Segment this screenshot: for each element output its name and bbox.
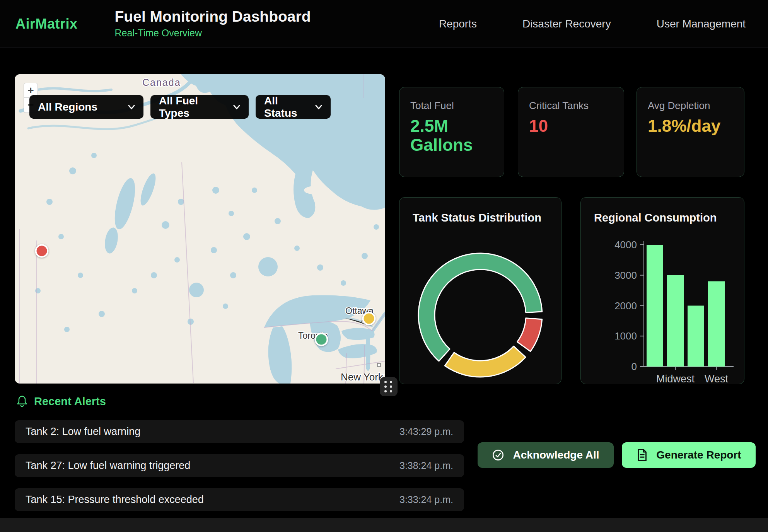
stat-value: 2.5M Gallons	[410, 116, 486, 155]
donut-segment-warning	[445, 346, 526, 377]
bar-chart: 01000200030004000MidwestWest	[581, 198, 744, 384]
footer-strip	[0, 518, 768, 532]
map-resize-grip[interactable]	[380, 377, 398, 396]
map-canvas[interactable]: Canada Ottawa Toronto New York + − All R…	[15, 74, 385, 384]
report-document-icon	[636, 448, 648, 462]
chevron-down-icon	[233, 105, 240, 109]
nav-item-reports[interactable]: Reports	[439, 18, 477, 30]
y-tick-label: 2000	[614, 300, 637, 312]
map-filters: All Regions All Fuel Types All Status	[29, 95, 331, 119]
bar	[667, 275, 684, 367]
basemap: Canada Ottawa Toronto New York	[15, 74, 385, 384]
donut-segment-critical	[517, 318, 542, 351]
generate-report-label: Generate Report	[656, 449, 741, 461]
stat-label: Avg Depletion	[648, 100, 733, 112]
status-filter-value: All Status	[264, 95, 306, 119]
alerts-heading-text: Recent Alerts	[34, 395, 106, 408]
brand-logo[interactable]: AirMatrix	[15, 16, 78, 32]
map-marker-warning[interactable]	[362, 312, 376, 326]
stat-label: Total Fuel	[410, 100, 493, 112]
regional-consumption-card: Regional Consumption 01000200030004000Mi…	[580, 197, 744, 384]
header: AirMatrix Fuel Monitoring Dashboard Real…	[0, 0, 768, 48]
stat-value: 1.8%/day	[648, 116, 723, 135]
donut-chart	[399, 198, 561, 384]
alert-text: Tank 15: Pressure threshold exceeded	[26, 494, 204, 506]
alert-row[interactable]: Tank 15: Pressure threshold exceeded 3:3…	[15, 488, 464, 511]
region-filter-dropdown[interactable]: All Regions	[29, 95, 143, 119]
bell-icon	[16, 395, 28, 408]
y-tick-label: 3000	[614, 269, 637, 281]
alert-text: Tank 27: Low fuel warning triggered	[26, 460, 190, 472]
alert-time: 3:38:24 p.m.	[399, 460, 453, 471]
nav-item-user-management[interactable]: User Management	[657, 18, 746, 30]
alert-row[interactable]: Tank 27: Low fuel warning triggered 3:38…	[15, 454, 464, 477]
x-tick-label: Midwest	[656, 373, 695, 384]
fuel-monitoring-dashboard: AirMatrix Fuel Monitoring Dashboard Real…	[0, 0, 768, 532]
check-circle-icon	[492, 449, 504, 461]
acknowledge-all-button[interactable]: Acknowledge All	[478, 442, 614, 468]
map-label-country: Canada	[142, 77, 181, 88]
stat-card-critical-tanks: Critical Tanks 10	[518, 87, 624, 177]
map-label-new-york: New York	[341, 371, 384, 383]
page-title: Fuel Monitoring Dashboard	[115, 9, 311, 25]
map-marker-critical[interactable]	[35, 244, 49, 258]
stat-value: 10	[529, 116, 604, 135]
bar	[708, 281, 725, 367]
stat-card-total-fuel: Total Fuel 2.5M Gallons	[399, 87, 504, 177]
title-block: Fuel Monitoring Dashboard Real-Time Over…	[115, 9, 311, 39]
y-tick-label: 1000	[614, 330, 637, 342]
stat-label: Critical Tanks	[529, 100, 613, 112]
acknowledge-all-label: Acknowledge All	[513, 449, 599, 461]
status-filter-dropdown[interactable]: All Status	[256, 95, 331, 119]
tank-status-distribution-card: Tank Status Distribution	[399, 197, 561, 384]
nav-item-disaster-recovery[interactable]: Disaster Recovery	[522, 18, 611, 30]
chevron-down-icon	[128, 105, 135, 109]
alert-time: 3:43:29 p.m.	[399, 426, 453, 437]
x-tick-label: West	[705, 373, 729, 384]
alert-time: 3:33:24 p.m.	[399, 494, 453, 505]
generate-report-button[interactable]: Generate Report	[622, 442, 756, 468]
fuel-type-filter-value: All Fuel Types	[159, 95, 224, 119]
alert-row[interactable]: Tank 2: Low fuel warning 3:43:29 p.m.	[15, 420, 464, 443]
alerts-heading: Recent Alerts	[16, 395, 106, 408]
region-filter-value: All Regions	[38, 101, 97, 113]
y-tick-label: 4000	[614, 239, 637, 251]
bar	[688, 306, 704, 367]
chevron-down-icon	[315, 105, 322, 109]
alert-text: Tank 2: Low fuel warning	[26, 426, 140, 438]
map-marker-normal[interactable]	[315, 333, 328, 346]
page-subtitle: Real-Time Overview	[115, 27, 311, 39]
y-tick-label: 0	[631, 361, 637, 372]
bar	[647, 245, 663, 367]
stat-card-avg-depletion: Avg Depletion 1.8%/day	[637, 87, 744, 177]
fuel-type-filter-dropdown[interactable]: All Fuel Types	[150, 95, 249, 119]
top-nav: Reports Disaster Recovery User Managemen…	[439, 18, 746, 30]
